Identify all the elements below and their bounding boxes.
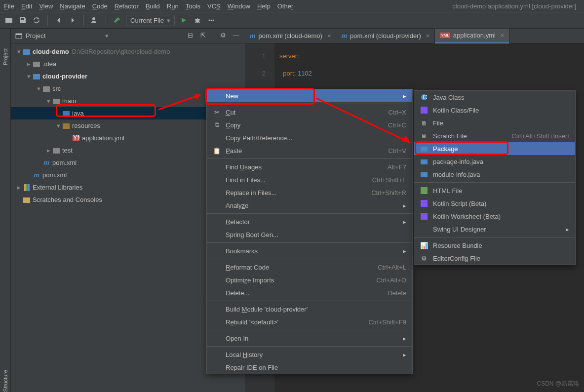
svg-point-4 (212, 20, 214, 21)
svg-rect-27 (421, 187, 428, 194)
tree-root[interactable]: ▾cloud-demoD:\GitRepository\gitee\cloud-… (11, 45, 245, 58)
svg-point-1 (195, 19, 199, 23)
menu-code[interactable]: Code (92, 2, 108, 10)
cm-reformat[interactable]: Reformat CodeCtrl+Alt+L (207, 261, 412, 274)
svg-rect-13 (63, 123, 70, 129)
cm-kotlinscript[interactable]: Kotlin Script (Beta) (414, 197, 575, 210)
copy-icon: ⧉ (213, 121, 221, 129)
cm-htmlfile[interactable]: HTML File (414, 184, 575, 197)
file-icon: 🗎 (420, 119, 428, 127)
editor-tabs: mpom.xml (cloud-demo)× mpom.xml (cloud-p… (245, 29, 584, 43)
tool-project[interactable]: Project (2, 48, 8, 65)
tree-provider[interactable]: ▾cloud-provider (11, 70, 245, 82)
menu-navigate[interactable]: Navigate (60, 2, 85, 10)
sync-icon[interactable] (32, 15, 41, 25)
chevron-down-icon[interactable]: ▾ (105, 32, 109, 39)
cm-delete[interactable]: Delete...Delete (207, 286, 412, 299)
cm-bookmarks[interactable]: Bookmarks▸ (207, 244, 412, 257)
cm-modinfo[interactable]: module-info.java (414, 168, 575, 181)
more-icon[interactable] (206, 15, 216, 25)
cm-file[interactable]: 🗎File (414, 117, 575, 129)
tree-idea[interactable]: ▸.idea (11, 58, 245, 70)
svg-rect-10 (43, 86, 50, 92)
tool-structure[interactable]: Structure (2, 370, 8, 392)
cm-localhist[interactable]: Local History▸ (207, 348, 412, 361)
cm-springboot[interactable]: Spring Boot Gen... (207, 228, 412, 241)
svg-rect-26 (421, 172, 428, 177)
menu-tools[interactable]: Tools (186, 2, 200, 10)
cm-findusages[interactable]: Find UsagesAlt+F7 (207, 160, 412, 173)
menu-vcs[interactable]: VCS (207, 2, 221, 10)
cm-replacefiles[interactable]: Replace in Files...Ctrl+Shift+R (207, 186, 412, 199)
forward-icon[interactable] (68, 15, 78, 25)
tab-pom-provider[interactable]: mpom.xml (cloud-provider)× (336, 29, 435, 43)
cm-resbundle[interactable]: 📊Resource Bundle (414, 239, 575, 252)
kotlin-icon (420, 200, 428, 207)
cm-openin[interactable]: Open In▸ (207, 332, 412, 345)
cm-kotlinws[interactable]: Kotlin Worksheet (Beta) (414, 210, 575, 223)
svg-rect-23 (421, 107, 428, 114)
open-icon[interactable] (4, 15, 14, 25)
svg-rect-18 (26, 184, 28, 191)
cm-javaclass[interactable]: CJava Class (414, 91, 575, 104)
cm-optimize[interactable]: Optimize ImportsCtrl+Alt+O (207, 274, 412, 286)
breadcrumb: cloud-demo application.yml [cloud-provid… (300, 2, 580, 10)
cm-cut[interactable]: ✂CutCtrl+X (207, 106, 412, 118)
cm-new[interactable]: New▸ (207, 89, 412, 102)
expand-all-icon[interactable]: ⇱ (198, 31, 208, 40)
select-opened-icon[interactable]: ⊟ (185, 31, 195, 40)
watermark: CSDN @易霭珞 (537, 380, 579, 388)
cm-package[interactable]: Package (414, 142, 575, 155)
menu-build[interactable]: Build (146, 2, 160, 10)
cm-copy[interactable]: ⧉CopyCtrl+C (207, 118, 412, 131)
hammer-icon[interactable] (112, 15, 122, 25)
menu-edit[interactable]: Edit (21, 2, 32, 10)
menu-other[interactable]: Other (277, 2, 294, 10)
cm-editorconfig[interactable]: ⚙EditorConfig File (414, 252, 575, 265)
svg-rect-24 (421, 147, 428, 152)
cm-pkginfo[interactable]: package-info.java (414, 155, 575, 168)
cm-buildmod[interactable]: Build Module 'cloud-provider' (207, 303, 412, 315)
run-config-label: Current File (130, 17, 164, 24)
tab-pom-demo[interactable]: mpom.xml (cloud-demo)× (245, 29, 336, 43)
panel-title[interactable]: Project (26, 32, 102, 39)
hide-icon[interactable]: — (231, 31, 241, 40)
run-config-dropdown[interactable]: Current File ▾ (126, 15, 175, 26)
tab-application-yml[interactable]: YMLapplication.yml× (435, 29, 509, 43)
menu-help[interactable]: Help (257, 2, 271, 10)
cut-icon: ✂ (213, 109, 221, 116)
save-icon[interactable] (18, 15, 28, 25)
cm-refactor[interactable]: Refactor▸ (207, 215, 412, 228)
bundle-icon: 📊 (420, 242, 428, 249)
user-icon[interactable] (90, 15, 100, 25)
cm-kotlinclass[interactable]: Kotlin Class/File (414, 104, 575, 117)
cm-paste[interactable]: 📋PasteCtrl+V (207, 144, 412, 157)
cm-findfiles[interactable]: Find in Files...Ctrl+Shift+F (207, 173, 412, 186)
cm-rebuild[interactable]: Rebuild '<default>'Ctrl+Shift+F9 (207, 315, 412, 328)
menu-window[interactable]: Window (228, 2, 250, 10)
svg-point-2 (208, 20, 210, 21)
menu-run[interactable]: Run (167, 2, 179, 10)
svg-rect-9 (33, 74, 40, 79)
cm-copypath[interactable]: Copy Path/Reference... (207, 131, 412, 144)
close-icon[interactable]: × (426, 32, 430, 39)
back-icon[interactable] (54, 15, 64, 25)
cm-repair[interactable]: Repair IDE on File (207, 361, 412, 374)
menu-file[interactable]: File (4, 2, 14, 10)
cm-analyze[interactable]: Analyze▸ (207, 199, 412, 212)
svg-rect-12 (63, 111, 70, 117)
context-menu: New▸ ✂CutCtrl+X ⧉CopyCtrl+C Copy Path/Re… (206, 89, 413, 374)
close-icon[interactable]: × (501, 32, 505, 39)
close-icon[interactable]: × (327, 32, 331, 39)
debug-icon[interactable] (193, 15, 202, 25)
menu-view[interactable]: View (39, 2, 53, 10)
menu-refactor[interactable]: Refactor (115, 2, 139, 10)
run-icon[interactable] (179, 15, 189, 25)
toolbar: Current File ▾ (0, 12, 584, 29)
svg-rect-16 (53, 148, 60, 154)
project-icon (15, 32, 23, 40)
cm-swing[interactable]: Swing UI Designer▸ (414, 223, 575, 235)
cm-scratchfile[interactable]: 🗎Scratch FileCtrl+Alt+Shift+Insert (414, 129, 575, 142)
svg-point-0 (92, 17, 95, 20)
gear-icon[interactable]: ⚙ (218, 31, 228, 40)
